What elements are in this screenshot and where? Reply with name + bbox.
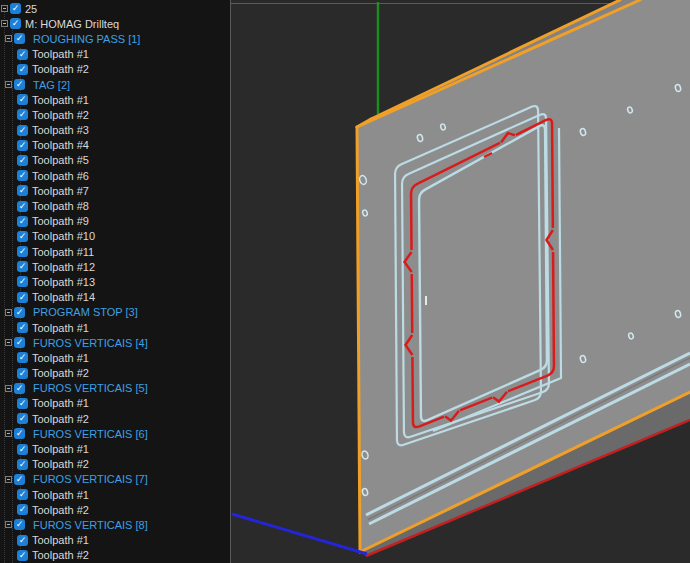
checkbox-checked-icon[interactable]: ✓ xyxy=(17,64,28,75)
tree-row[interactable]: ✓FUROS VERTICAIS [4] xyxy=(0,335,230,350)
tree-row[interactable]: ✓Toolpath #13 xyxy=(0,274,230,289)
tree-row[interactable]: ✓Toolpath #7 xyxy=(0,183,230,198)
tree-row[interactable]: ✓FUROS VERTICAIS [8] xyxy=(0,517,230,532)
checkbox-checked-icon[interactable]: ✓ xyxy=(17,368,28,379)
tree-row[interactable]: ✓Toolpath #1 xyxy=(0,396,230,411)
tree-row[interactable]: ✓Toolpath #2 xyxy=(0,62,230,77)
tree-item-label: Toolpath #6 xyxy=(32,170,89,182)
tree-row[interactable]: ✓Toolpath #4 xyxy=(0,138,230,153)
tree-item-label: Toolpath #7 xyxy=(32,185,89,197)
checkbox-checked-icon[interactable]: ✓ xyxy=(17,413,28,424)
tree-item-label: Toolpath #10 xyxy=(32,230,95,242)
checkbox-checked-icon[interactable]: ✓ xyxy=(14,33,25,44)
tree-item-label: M: HOMAG Drillteq xyxy=(25,18,119,30)
checkbox-checked-icon[interactable]: ✓ xyxy=(14,428,25,439)
checkbox-checked-icon[interactable]: ✓ xyxy=(17,140,28,151)
checkbox-checked-icon[interactable]: ✓ xyxy=(17,459,28,470)
checkbox-checked-icon[interactable]: ✓ xyxy=(17,276,28,287)
expand-toggle-icon[interactable] xyxy=(5,521,12,528)
tree-row[interactable]: ✓FUROS VERTICAIS [7] xyxy=(0,472,230,487)
tree-item-label: FUROS VERTICAIS [7] xyxy=(33,473,148,485)
checkbox-checked-icon[interactable]: ✓ xyxy=(17,201,28,212)
checkbox-checked-icon[interactable]: ✓ xyxy=(14,383,25,394)
checkbox-checked-icon[interactable]: ✓ xyxy=(17,94,28,105)
checkbox-checked-icon[interactable]: ✓ xyxy=(17,109,28,120)
tree-row[interactable]: ✓Toolpath #2 xyxy=(0,411,230,426)
checkbox-checked-icon[interactable]: ✓ xyxy=(14,474,25,485)
tree-item-label: Toolpath #1 xyxy=(32,352,89,364)
expand-toggle-icon[interactable] xyxy=(5,81,12,88)
tree-row[interactable]: ✓FUROS VERTICAIS [6] xyxy=(0,426,230,441)
tree-row[interactable]: ✓M: HOMAG Drillteq xyxy=(0,16,230,31)
tree-item-label: Toolpath #1 xyxy=(32,397,89,409)
checkbox-checked-icon[interactable]: ✓ xyxy=(17,49,28,60)
expand-toggle-icon[interactable] xyxy=(5,385,12,392)
panel-front-face xyxy=(357,0,690,552)
checkbox-checked-icon[interactable]: ✓ xyxy=(10,18,21,29)
tree-row[interactable]: ✓Toolpath #1 xyxy=(0,320,230,335)
checkbox-checked-icon[interactable]: ✓ xyxy=(17,216,28,227)
expand-toggle-icon[interactable] xyxy=(5,476,12,483)
tree-item-label: FUROS VERTICAIS [8] xyxy=(33,519,148,531)
expand-toggle-icon[interactable] xyxy=(5,35,12,42)
tree-row[interactable]: ✓Toolpath #1 xyxy=(0,47,230,62)
checkbox-checked-icon[interactable]: ✓ xyxy=(17,155,28,166)
checkbox-checked-icon[interactable]: ✓ xyxy=(17,398,28,409)
tree-row[interactable]: ✓FUROS VERTICAIS [5] xyxy=(0,381,230,396)
tree-item-label: Toolpath #2 xyxy=(32,549,89,561)
tree-row[interactable]: ✓Toolpath #3 xyxy=(0,123,230,138)
expand-toggle-icon[interactable] xyxy=(1,20,8,27)
checkbox-checked-icon[interactable]: ✓ xyxy=(17,535,28,546)
checkbox-checked-icon[interactable]: ✓ xyxy=(17,170,28,181)
tree-item-label: 25 xyxy=(25,3,37,15)
checkbox-checked-icon[interactable]: ✓ xyxy=(17,550,28,561)
checkbox-checked-icon[interactable]: ✓ xyxy=(17,185,28,196)
checkbox-checked-icon[interactable]: ✓ xyxy=(17,352,28,363)
expand-toggle-icon[interactable] xyxy=(1,5,8,12)
tree-row[interactable]: ✓Toolpath #5 xyxy=(0,153,230,168)
checkbox-checked-icon[interactable]: ✓ xyxy=(17,231,28,242)
viewport-3d[interactable] xyxy=(230,0,690,563)
checkbox-checked-icon[interactable]: ✓ xyxy=(17,125,28,136)
tree-row[interactable]: ✓TAG [2] xyxy=(0,77,230,92)
tree-item-label: Toolpath #2 xyxy=(32,109,89,121)
tree-row[interactable]: ✓Toolpath #1 xyxy=(0,92,230,107)
tree-item-label: Toolpath #5 xyxy=(32,154,89,166)
expand-toggle-icon[interactable] xyxy=(5,339,12,346)
checkbox-checked-icon[interactable]: ✓ xyxy=(14,307,25,318)
tree-row[interactable]: ✓Toolpath #6 xyxy=(0,168,230,183)
tree-row[interactable]: ✓Toolpath #9 xyxy=(0,214,230,229)
tree-row[interactable]: ✓Toolpath #1 xyxy=(0,350,230,365)
tree-row[interactable]: ✓Toolpath #14 xyxy=(0,290,230,305)
tree-row[interactable]: ✓PROGRAM STOP [3] xyxy=(0,305,230,320)
tree-row[interactable]: ✓25 xyxy=(0,1,230,16)
tree-row[interactable]: ✓Toolpath #2 xyxy=(0,457,230,472)
checkbox-checked-icon[interactable]: ✓ xyxy=(10,3,21,14)
tree-row[interactable]: ✓Toolpath #2 xyxy=(0,366,230,381)
checkbox-checked-icon[interactable]: ✓ xyxy=(17,322,28,333)
tree-row[interactable]: ✓Toolpath #8 xyxy=(0,198,230,213)
tree-row[interactable]: ✓Toolpath #11 xyxy=(0,244,230,259)
toolpath-tree-panel: ✓25✓M: HOMAG Drillteq✓ROUGHING PASS [1]✓… xyxy=(0,0,230,563)
checkbox-checked-icon[interactable]: ✓ xyxy=(17,261,28,272)
tree-row[interactable]: ✓Toolpath #2 xyxy=(0,502,230,517)
tree-row[interactable]: ✓ROUGHING PASS [1] xyxy=(0,31,230,46)
checkbox-checked-icon[interactable]: ✓ xyxy=(17,292,28,303)
tree-row[interactable]: ✓Toolpath #2 xyxy=(0,548,230,563)
checkbox-checked-icon[interactable]: ✓ xyxy=(14,337,25,348)
tree-row[interactable]: ✓Toolpath #1 xyxy=(0,441,230,456)
checkbox-checked-icon[interactable]: ✓ xyxy=(14,519,25,530)
tree-row[interactable]: ✓Toolpath #10 xyxy=(0,229,230,244)
checkbox-checked-icon[interactable]: ✓ xyxy=(17,246,28,257)
tree-row[interactable]: ✓Toolpath #1 xyxy=(0,487,230,502)
expand-toggle-icon[interactable] xyxy=(5,430,12,437)
checkbox-checked-icon[interactable]: ✓ xyxy=(17,489,28,500)
checkbox-checked-icon[interactable]: ✓ xyxy=(17,444,28,455)
tree-row[interactable]: ✓Toolpath #2 xyxy=(0,107,230,122)
tree-row[interactable]: ✓Toolpath #1 xyxy=(0,533,230,548)
checkbox-checked-icon[interactable]: ✓ xyxy=(17,504,28,515)
checkbox-checked-icon[interactable]: ✓ xyxy=(14,79,25,90)
tree-item-label: Toolpath #2 xyxy=(32,367,89,379)
tree-row[interactable]: ✓Toolpath #12 xyxy=(0,259,230,274)
expand-toggle-icon[interactable] xyxy=(5,309,12,316)
